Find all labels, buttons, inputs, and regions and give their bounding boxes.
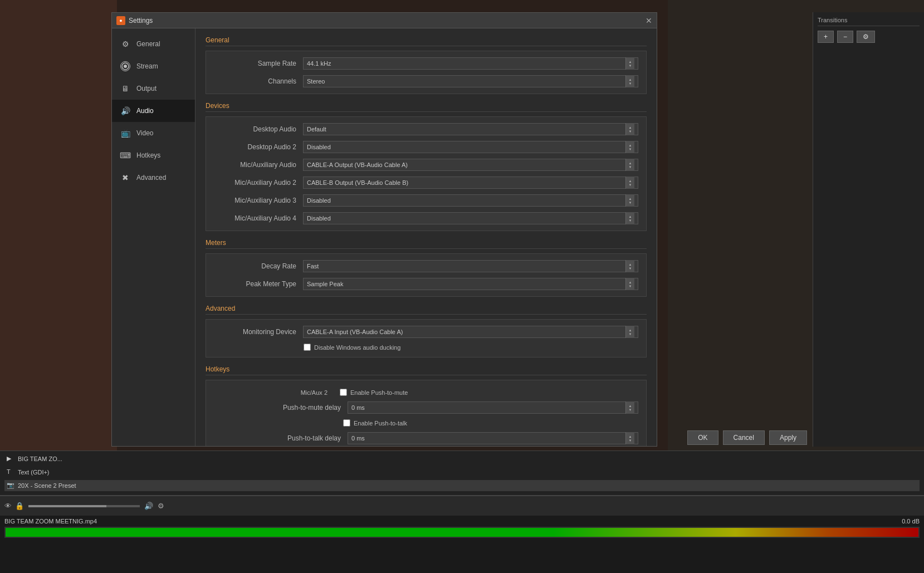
sidebar-label-audio: Audio: [136, 107, 154, 115]
general-section: General Sample Rate 44.1 kHz Channels St…: [206, 36, 647, 94]
volume-slider[interactable]: [28, 505, 140, 507]
mic-aux-row: Mic/Auxiliary Audio CABLE-A Output (VB-A…: [206, 156, 646, 174]
monitoring-device-arrow[interactable]: [625, 326, 634, 338]
peak-meter-row: Peak Meter Type Sample Peak: [206, 275, 646, 293]
channels-label: Channels: [214, 77, 303, 85]
general-section-header: General: [206, 36, 647, 46]
mic-aux4-value: Disabled: [307, 215, 625, 222]
peak-meter-value: Sample Peak: [307, 281, 625, 287]
scene-icon-0: ▶: [7, 455, 14, 463]
mic-aux2-push-talk-delay-value: 0 ms: [351, 435, 625, 442]
mic-aux2-push-mute-delay-input[interactable]: 0 ms: [348, 401, 638, 414]
desktop-audio-arrow[interactable]: [625, 123, 634, 135]
sidebar-item-output[interactable]: 🖥 Output: [112, 77, 195, 100]
mic-aux2-enable-push-mute-label: Enable Push-to-mute: [350, 389, 408, 396]
audio-ducking-label: Disable Windows audio ducking: [314, 344, 400, 351]
desktop-audio-dropdown[interactable]: Default: [303, 123, 638, 135]
mute-icon[interactable]: 🔊: [144, 502, 153, 510]
titlebar: ● Settings ✕: [112, 13, 657, 28]
scene-item-0[interactable]: ▶ BIG TEAM ZO...: [4, 453, 920, 464]
scene-label-1: Text (GDI+): [18, 469, 50, 476]
cancel-button[interactable]: Cancel: [723, 430, 765, 445]
mic-aux2-push-talk-delay-row: Push-to-talk delay 0 ms: [206, 429, 646, 446]
source-controls: 👁 🔒: [4, 502, 24, 510]
mic-aux3-dropdown[interactable]: Disabled: [303, 194, 638, 207]
peak-meter-arrow[interactable]: [625, 278, 634, 290]
mic-aux2-enable-push-talk-label: Enable Push-to-talk: [354, 420, 407, 427]
desktop-audio2-arrow[interactable]: [625, 141, 634, 153]
desktop-audio2-dropdown[interactable]: Disabled: [303, 141, 638, 153]
hotkeys-icon: ⌨: [120, 150, 131, 161]
scene-item-1[interactable]: T Text (GDI+): [4, 467, 920, 478]
sidebar-item-advanced[interactable]: ✖ Advanced: [112, 166, 195, 189]
mic-aux2-push-talk-row: Enable Push-to-talk: [206, 417, 646, 429]
mic-aux2-value: CABLE-B Output (VB-Audio Cable B): [307, 179, 625, 186]
sample-rate-arrow[interactable]: [625, 57, 634, 70]
sample-rate-dropdown[interactable]: 44.1 kHz: [303, 57, 638, 70]
mic-aux2-push-mute-delay-row: Push-to-mute delay 0 ms: [206, 399, 646, 417]
sidebar-item-hotkeys[interactable]: ⌨ Hotkeys: [112, 144, 195, 166]
mic-aux4-row: Mic/Auxiliary Audio 4 Disabled: [206, 209, 646, 227]
transition-settings-button[interactable]: ⚙: [857, 31, 875, 43]
desktop-audio-value: Default: [307, 126, 625, 133]
eye-icon[interactable]: 👁: [4, 502, 12, 510]
sidebar-item-general[interactable]: ⚙ General: [112, 33, 195, 55]
lock-icon[interactable]: 🔒: [15, 502, 24, 510]
video-icon: 📺: [120, 128, 131, 139]
mic-aux4-dropdown[interactable]: Disabled: [303, 212, 638, 224]
mic-aux2-enable-push-mute-checkbox[interactable]: [340, 389, 347, 396]
svg-point-0: [124, 65, 127, 68]
sidebar-item-audio[interactable]: 🔊 Audio: [112, 100, 195, 122]
mic-aux-value: CABLE-A Output (VB-Audio Cable A): [307, 161, 625, 168]
sidebar-item-video[interactable]: 📺 Video: [112, 122, 195, 144]
scene-item-2[interactable]: 📷 20X - Scene 2 Preset: [4, 480, 920, 491]
decay-rate-arrow[interactable]: [625, 260, 634, 272]
mic-aux3-arrow[interactable]: [625, 194, 634, 207]
main-content: General Sample Rate 44.1 kHz Channels St…: [195, 28, 657, 446]
decay-rate-dropdown[interactable]: Fast: [303, 260, 638, 272]
mic-aux2-push-talk-delay-arrow[interactable]: [625, 432, 634, 444]
settings-icon[interactable]: ⚙: [158, 502, 164, 510]
mic-aux2-enable-push-talk-checkbox[interactable]: [343, 419, 350, 427]
scene-label-2: 20X - Scene 2 Preset: [18, 482, 76, 489]
desktop-audio-label: Desktop Audio: [214, 125, 303, 133]
mic-aux2-push-mute-delay-arrow[interactable]: [625, 401, 634, 414]
mic-aux2-dropdown[interactable]: CABLE-B Output (VB-Audio Cable B): [303, 177, 638, 189]
audio-ducking-checkbox[interactable]: [304, 344, 311, 351]
peak-meter-dropdown[interactable]: Sample Peak: [303, 278, 638, 290]
mic-aux-dropdown[interactable]: CABLE-A Output (VB-Audio Cable A): [303, 159, 638, 171]
mic-aux2-push-talk-delay-input[interactable]: 0 ms: [348, 432, 638, 444]
mic-aux4-label: Mic/Auxiliary Audio 4: [214, 214, 303, 222]
sample-rate-label: Sample Rate: [214, 60, 303, 67]
close-button[interactable]: ✕: [646, 16, 652, 25]
devices-section-body: Desktop Audio Default Desktop Audio 2 Di…: [206, 116, 647, 231]
remove-transition-button[interactable]: −: [837, 31, 853, 43]
mic-aux4-arrow[interactable]: [625, 212, 634, 224]
mic-aux2-push-mute-row: Mic/Aux 2 Enable Push-to-mute: [206, 386, 646, 399]
mic-aux2-row: Mic/Auxiliary Audio 2 CABLE-B Output (VB…: [206, 174, 646, 192]
sidebar-item-stream[interactable]: Stream: [112, 55, 195, 77]
window-title: Settings: [129, 17, 153, 25]
hotkeys-section: Hotkeys Mic/Aux 2 Enable Push-to-mute Pu…: [206, 365, 647, 446]
general-section-body: Sample Rate 44.1 kHz Channels Stereo: [206, 51, 647, 94]
ok-button[interactable]: OK: [687, 430, 718, 445]
add-transition-button[interactable]: +: [818, 31, 834, 43]
sidebar-label-stream: Stream: [136, 62, 158, 70]
channels-value: Stereo: [307, 78, 625, 85]
channels-dropdown[interactable]: Stereo: [303, 75, 638, 87]
audio-meter: [5, 527, 919, 537]
desktop-audio2-value: Disabled: [307, 144, 625, 150]
devices-section: Devices Desktop Audio Default Desktop Au…: [206, 102, 647, 231]
monitoring-device-dropdown[interactable]: CABLE-A Input (VB-Audio Cable A): [303, 326, 638, 338]
mic-aux3-value: Disabled: [307, 197, 625, 204]
mic-aux2-arrow[interactable]: [625, 177, 634, 189]
apply-button[interactable]: Apply: [769, 430, 807, 445]
source-row: 👁 🔒 🔊 ⚙: [0, 496, 924, 516]
mic-aux-arrow[interactable]: [625, 159, 634, 171]
sample-rate-row: Sample Rate 44.1 kHz: [206, 55, 646, 72]
mic-aux2-push-talk-delay-label: Push-to-talk delay: [214, 434, 348, 442]
channels-arrow[interactable]: [625, 75, 634, 87]
volume-fill: [28, 505, 106, 507]
monitoring-device-row: Monitoring Device CABLE-A Input (VB-Audi…: [206, 323, 646, 341]
hotkey-group-micaux2: Mic/Aux 2 Enable Push-to-mute Push-to-mu…: [206, 384, 646, 446]
